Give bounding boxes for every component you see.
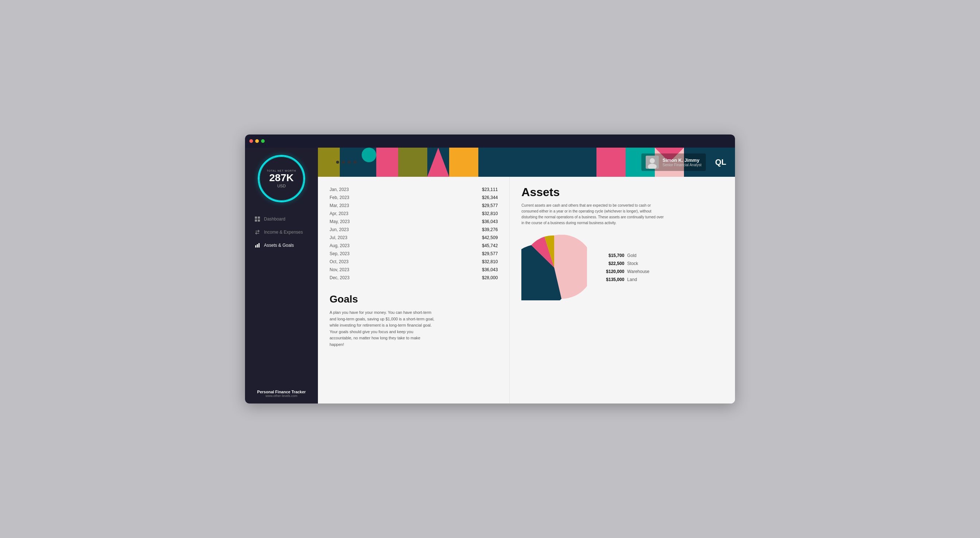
month-label: Mar, 2023	[329, 203, 359, 208]
banner-shape-triangle	[427, 148, 449, 177]
legend-value: $120,000	[599, 269, 624, 274]
month-value: $26,344	[482, 195, 498, 200]
month-value: $32,810	[482, 259, 498, 264]
svg-rect-0	[255, 216, 257, 219]
app-name: Personal Finance Tracker	[257, 390, 305, 394]
banner-shape-teal-circle	[362, 148, 376, 162]
traffic-light-yellow[interactable]	[255, 139, 259, 143]
pie-chart	[521, 235, 587, 300]
legend-item: $135,000 Land	[599, 277, 649, 282]
month-label: Apr, 2023	[329, 211, 359, 216]
goals-section: Goals A plan you have for your money. Yo…	[329, 293, 498, 348]
sidebar-item-income-expenses[interactable]: Income & Expenses	[251, 226, 312, 238]
table-row: Jul, 2023 $42,509	[329, 234, 498, 242]
month-value: $36,043	[482, 267, 498, 272]
sidebar: TOTAL NET WORTH 287K USD Dashboard	[245, 148, 318, 403]
left-column: Jan, 2023 $23,111 Feb, 2023 $26,344 Mar,…	[318, 177, 510, 403]
month-value: $45,742	[482, 243, 498, 248]
legend-label: Gold	[627, 253, 636, 258]
sidebar-item-assets-goals[interactable]: Assets & Goals	[251, 239, 312, 251]
browser-chrome	[245, 135, 735, 148]
table-row: Jan, 2023 $23,111	[329, 186, 498, 194]
profile-name: Simon K. Jimmy	[662, 158, 702, 163]
monthly-table: Jan, 2023 $23,111 Feb, 2023 $26,344 Mar,…	[329, 186, 498, 282]
legend-value: $135,000	[599, 277, 624, 282]
nav-dot-2[interactable]	[342, 161, 345, 164]
table-row: Feb, 2023 $26,344	[329, 194, 498, 202]
month-value: $29,577	[482, 251, 498, 256]
month-label: Jun, 2023	[329, 227, 359, 232]
sidebar-footer: Personal Finance Tracker www.other-level…	[257, 390, 305, 398]
month-label: Oct, 2023	[329, 259, 359, 264]
header-nav-dots	[336, 161, 356, 164]
month-value: $23,111	[482, 187, 498, 192]
traffic-light-red[interactable]	[250, 139, 253, 143]
main-content: Simon K. Jimmy Senior Financial Analyst …	[318, 148, 735, 403]
traffic-light-green[interactable]	[261, 139, 265, 143]
legend-label: Warehouse	[627, 269, 649, 274]
net-worth-value: 287K	[269, 173, 294, 183]
month-label: Jul, 2023	[329, 235, 359, 240]
table-row: Jun, 2023 $39,276	[329, 226, 498, 234]
app-container: TOTAL NET WORTH 287K USD Dashboard	[245, 148, 735, 403]
month-label: Dec, 2023	[329, 275, 359, 280]
banner-shape-pink2	[597, 148, 625, 177]
income-expenses-label: Income & Expenses	[264, 230, 303, 235]
legend-item: $15,700 Gold	[599, 253, 649, 258]
profile-title: Senior Financial Analyst	[662, 163, 702, 167]
month-label: Nov, 2023	[329, 267, 359, 272]
pie-legend: $15,700 Gold $22,500 Stock $120,000 Ware…	[599, 253, 649, 282]
month-label: May, 2023	[329, 219, 359, 224]
month-value: $32,810	[482, 211, 498, 216]
avatar	[646, 156, 659, 169]
dashboard-label: Dashboard	[264, 216, 285, 221]
svg-rect-5	[257, 244, 258, 247]
legend-item: $22,500 Stock	[599, 261, 649, 266]
assets-goals-label: Assets & Goals	[264, 243, 294, 248]
assets-title: Assets	[521, 186, 723, 199]
assets-description: Current assets are cash and others that …	[521, 203, 667, 226]
net-worth-label: TOTAL NET WORTH	[267, 169, 296, 172]
nav-items: Dashboard Income & Expenses	[245, 213, 318, 251]
table-row: Nov, 2023 $36,043	[329, 266, 498, 274]
table-row: May, 2023 $36,043	[329, 218, 498, 226]
banner-shape-pink	[376, 148, 398, 177]
net-worth-currency: USD	[277, 184, 285, 188]
profile-info: Simon K. Jimmy Senior Financial Analyst	[662, 158, 702, 167]
svg-rect-6	[258, 243, 259, 247]
nav-dot-4[interactable]	[354, 161, 356, 164]
header-logo: QL	[715, 158, 726, 167]
pie-area: $15,700 Gold $22,500 Stock $120,000 Ware…	[521, 235, 723, 300]
header-banner: Simon K. Jimmy Senior Financial Analyst …	[318, 148, 735, 177]
net-worth-widget: TOTAL NET WORTH 287K USD	[258, 155, 305, 202]
month-value: $42,509	[482, 235, 498, 240]
svg-rect-4	[255, 245, 256, 247]
goals-title: Goals	[329, 293, 498, 305]
goals-description: A plan you have for your money. You can …	[329, 309, 435, 348]
banner-shape-yellow2	[398, 148, 427, 177]
table-row: Apr, 2023 $32,810	[329, 210, 498, 218]
right-column: Assets Current assets are cash and other…	[510, 177, 735, 403]
month-value: $39,276	[482, 227, 498, 232]
legend-item: $120,000 Warehouse	[599, 269, 649, 274]
nav-dot-1[interactable]	[336, 161, 339, 164]
legend-value: $22,500	[599, 261, 624, 266]
svg-point-8	[650, 158, 655, 163]
month-label: Jan, 2023	[329, 187, 359, 192]
svg-rect-3	[258, 220, 260, 221]
month-value: $29,577	[482, 203, 498, 208]
sidebar-item-dashboard[interactable]: Dashboard	[251, 213, 312, 225]
browser-window: TOTAL NET WORTH 287K USD Dashboard	[245, 135, 735, 403]
legend-label: Land	[627, 277, 637, 282]
nav-dot-3[interactable]	[348, 161, 351, 164]
assets-section: Assets Current assets are cash and other…	[521, 186, 723, 300]
month-value: $36,043	[482, 219, 498, 224]
header-profile: Simon K. Jimmy Senior Financial Analyst	[641, 153, 706, 171]
app-url: www.other-levels.com	[257, 394, 305, 398]
transfer-icon	[255, 229, 260, 235]
table-row: Oct, 2023 $32,810	[329, 258, 498, 266]
grid-icon	[255, 216, 260, 222]
page-body: Jan, 2023 $23,111 Feb, 2023 $26,344 Mar,…	[318, 177, 735, 403]
month-label: Aug, 2023	[329, 243, 359, 248]
svg-rect-1	[258, 216, 260, 219]
